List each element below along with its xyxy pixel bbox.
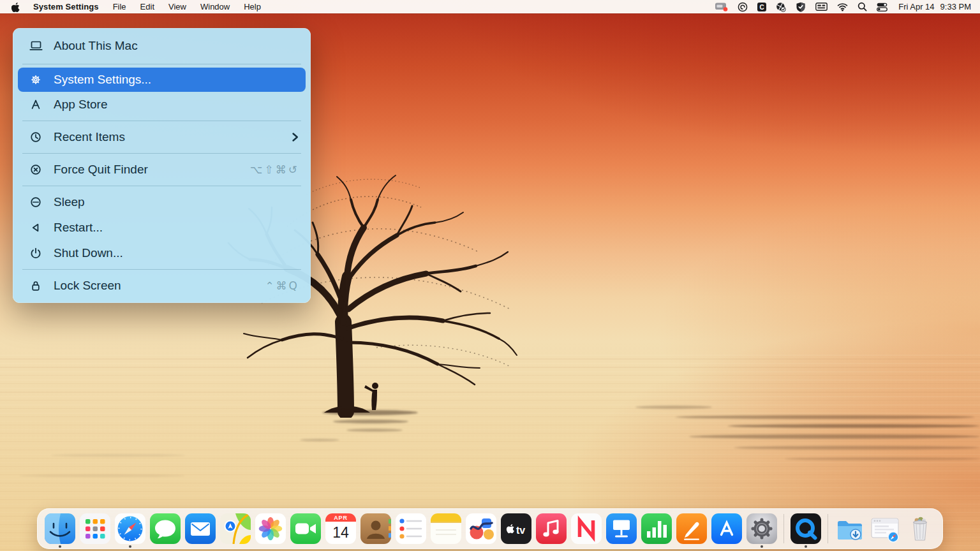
active-app-name[interactable]: System Settings	[26, 2, 106, 11]
dock-item-numbers[interactable]	[641, 513, 672, 544]
dock-item-music[interactable]	[536, 513, 567, 544]
safari-icon	[115, 513, 145, 544]
running-indicator	[129, 545, 131, 548]
menu-item-shortcut: ⌥⇧⌘↺	[250, 163, 299, 176]
svg-text:C: C	[760, 3, 764, 10]
dock-item-minimized-window[interactable]	[870, 513, 900, 544]
menu-item-recent-items[interactable]: Recent Items	[13, 124, 311, 150]
menu-item-label: Lock Screen	[54, 279, 265, 293]
dock-divider	[828, 514, 828, 543]
reminders-icon	[396, 513, 426, 544]
running-indicator	[761, 545, 763, 548]
menu-separator	[22, 153, 301, 154]
menu-item-system-settings[interactable]: System Settings...	[18, 68, 306, 92]
menu-item-force-quit-finder[interactable]: Force Quit Finder⌥⇧⌘↺	[13, 157, 311, 182]
restart-icon	[28, 221, 43, 235]
dock-item-notes[interactable]	[431, 513, 461, 544]
trash-icon	[905, 513, 935, 544]
dock-item-quicktime[interactable]	[791, 513, 821, 544]
menubar-menu-help[interactable]: Help	[237, 2, 268, 11]
dock-item-pages[interactable]	[676, 513, 707, 544]
dock-item-photos[interactable]	[255, 513, 286, 544]
menubar-menu-view[interactable]: View	[161, 2, 193, 11]
adguard-icon[interactable]	[796, 2, 806, 12]
dock-item-messages[interactable]	[150, 513, 181, 544]
menu-item-label: Restart...	[54, 221, 299, 235]
clock-icon	[28, 130, 43, 144]
running-indicator	[805, 545, 807, 548]
c-app-icon[interactable]: C	[757, 3, 766, 11]
menu-item-label: System Settings...	[54, 73, 299, 87]
lock-icon	[28, 279, 43, 293]
dock-item-facetime[interactable]	[290, 513, 321, 544]
screen-recorder-icon[interactable]	[715, 2, 728, 11]
keynote-icon	[606, 513, 637, 544]
gear-icon	[28, 73, 43, 87]
dock-item-downloads[interactable]	[835, 513, 865, 544]
dock-item-reminders[interactable]	[396, 513, 426, 544]
dock: APR14tv	[37, 508, 943, 549]
launchpad-icon	[80, 513, 110, 544]
news-icon	[571, 513, 602, 544]
dock-item-maps[interactable]	[220, 513, 251, 544]
freeform-icon	[466, 513, 496, 544]
sleep-icon	[28, 195, 43, 209]
menu-separator	[22, 64, 301, 64]
facetime-icon	[290, 513, 321, 544]
dock-divider	[783, 514, 784, 543]
dock-item-safari[interactable]	[115, 513, 145, 544]
dock-item-news[interactable]	[571, 513, 602, 544]
clock-date: Fri Apr 14	[898, 2, 934, 11]
pages-icon	[676, 513, 707, 544]
menu-bar: System Settings FileEditViewWindowHelp C…	[0, 0, 980, 13]
creative-cloud-icon[interactable]	[738, 2, 748, 12]
menu-item-app-store[interactable]: App Store	[13, 92, 311, 117]
dock-item-freeform[interactable]	[466, 513, 496, 544]
cleanmymac-icon[interactable]	[776, 2, 786, 12]
dock-item-calendar[interactable]: APR14	[325, 513, 356, 544]
menubar-menu-window[interactable]: Window	[193, 2, 237, 11]
menu-bar-clock[interactable]: Fri Apr 14 9:33 PM	[898, 2, 971, 11]
finder-icon	[45, 513, 75, 544]
dock-item-trash[interactable]	[905, 513, 935, 544]
menu-item-label: Shut Down...	[54, 246, 299, 260]
menu-separator	[22, 269, 301, 270]
power-icon	[28, 246, 43, 260]
menu-item-sleep[interactable]: Sleep	[13, 189, 311, 215]
dock-item-mail[interactable]	[185, 513, 216, 544]
dock-item-system-settings[interactable]	[746, 513, 777, 544]
menu-item-label: Sleep	[54, 195, 299, 209]
contacts-icon	[360, 513, 391, 544]
control-center-icon[interactable]	[877, 3, 887, 11]
notes-icon	[431, 513, 461, 544]
photos-icon	[255, 513, 286, 544]
apple-tv-icon: tv	[501, 513, 531, 544]
wifi-icon[interactable]	[837, 3, 848, 11]
dock-item-contacts[interactable]	[360, 513, 391, 544]
apple-menu-button[interactable]	[9, 2, 26, 12]
apple-logo-icon	[11, 2, 20, 12]
numbers-icon	[641, 513, 672, 544]
minimized-window-icon	[870, 513, 900, 544]
system-settings-icon	[746, 513, 777, 544]
menu-item-shut-down[interactable]: Shut Down...	[13, 240, 311, 266]
menu-item-restart[interactable]: Restart...	[13, 215, 311, 240]
dock-item-apple-tv[interactable]: tv	[501, 513, 531, 544]
menu-item-lock-screen[interactable]: Lock Screen⌃⌘Q	[13, 273, 311, 298]
dock-item-launchpad[interactable]	[80, 513, 110, 544]
dock-item-keynote[interactable]	[606, 513, 637, 544]
menu-item-label: Recent Items	[54, 130, 291, 144]
dock-item-app-store[interactable]	[711, 513, 742, 544]
maps-icon	[220, 513, 251, 544]
menu-separator	[22, 186, 301, 186]
menu-item-label: Force Quit Finder	[54, 163, 250, 177]
menubar-menu-file[interactable]: File	[106, 2, 133, 11]
menu-item-shortcut: ⌃⌘Q	[265, 279, 299, 292]
menu-item-about-this-mac[interactable]: About This Mac	[13, 31, 311, 61]
menubar-menu-edit[interactable]: Edit	[133, 2, 161, 11]
keyboard-icon[interactable]	[815, 3, 828, 11]
search-icon[interactable]	[858, 2, 867, 11]
dock-item-finder[interactable]	[45, 513, 75, 544]
menu-separator	[22, 121, 301, 121]
submenu-chevron-icon	[291, 131, 299, 143]
